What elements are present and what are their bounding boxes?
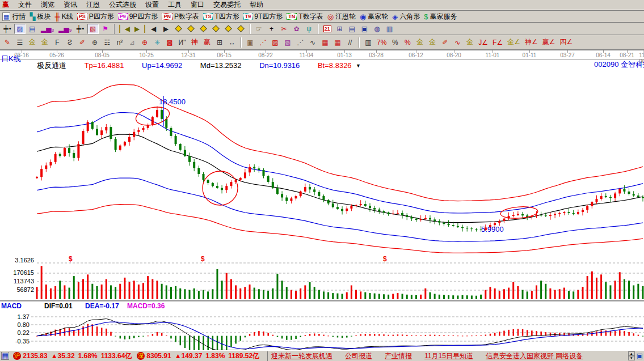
- gann-hline-button[interactable]: ☰: [14, 37, 26, 48]
- purple-bars-3-button[interactable]: ▂▅₃: [39, 24, 56, 34]
- price-ruler-button[interactable]: ▥: [363, 37, 374, 48]
- news-headline-3[interactable]: 11月15日早知道: [424, 351, 473, 361]
- pen-ruler-button[interactable]: ✐: [77, 37, 88, 48]
- j-angle-button[interactable]: J∠: [477, 37, 490, 48]
- hand-tool-button[interactable]: ☞: [254, 24, 265, 34]
- pattern-button[interactable]: ▧: [87, 24, 99, 34]
- download-button[interactable]: ▥: [384, 24, 395, 34]
- 9p-square-button[interactable]: P99P四方形: [118, 12, 158, 22]
- golden-section-button[interactable]: 金: [27, 37, 38, 48]
- t-square-button[interactable]: TST四方形: [203, 12, 239, 22]
- hexagon-button[interactable]: ◈六角形: [392, 12, 420, 22]
- info-panel-button[interactable]: ▤: [27, 24, 38, 34]
- t-number-table-button[interactable]: TNT数字表: [287, 12, 323, 22]
- grid-red-button[interactable]: ▦: [319, 37, 331, 48]
- p-number-table-button[interactable]: PNP数字表: [162, 12, 199, 22]
- h-zoom-button[interactable]: [198, 24, 209, 34]
- menu-item-7[interactable]: 窗口: [186, 0, 209, 10]
- menu-item-4[interactable]: 公式选股: [104, 0, 141, 10]
- zoom-in-button[interactable]: [235, 24, 247, 34]
- zoom-out-button[interactable]: [223, 24, 234, 34]
- news-headline-0[interactable]: 迎来新一轮发展机遇: [271, 351, 332, 361]
- news-headline-2[interactable]: 产业情报: [385, 351, 412, 361]
- last-page-button[interactable]: ▶▕: [133, 24, 146, 34]
- fibo-f-button[interactable]: F: [52, 37, 63, 48]
- grid-red2-button[interactable]: ▦: [332, 37, 343, 48]
- v-zoom-button[interactable]: [211, 24, 222, 34]
- crosshair-button[interactable]: +: [266, 24, 277, 34]
- n-wave-button[interactable]: И": [176, 37, 188, 48]
- gold-underline-button[interactable]: 金: [464, 37, 475, 48]
- ying-tool-button[interactable]: 赢: [201, 37, 213, 48]
- gann-fan-button[interactable]: ⋰: [257, 37, 268, 48]
- palette-button[interactable]: ✿: [291, 24, 302, 34]
- fan-box-button[interactable]: ▨: [270, 37, 281, 48]
- menu-item-2[interactable]: 资讯: [59, 0, 82, 10]
- notes-button[interactable]: ▤: [347, 24, 358, 34]
- ticker-scroll-spinner[interactable]: ▲ ▼: [628, 351, 635, 360]
- chart-area[interactable]: 03-1605-2608-0510-2512-3106-1508-2211-04…: [0, 50, 644, 350]
- winner-wheel-button[interactable]: ◉赢家轮: [360, 12, 388, 22]
- scroll-up-icon[interactable]: ▲: [628, 351, 635, 356]
- gold-angle-button[interactable]: 金∠: [506, 37, 522, 48]
- draw-pen-button[interactable]: ✎: [2, 37, 13, 48]
- purple-bars-9-button[interactable]: ▂▅₉: [57, 24, 73, 34]
- menu-item-1[interactable]: 浏览: [36, 0, 59, 10]
- gold-line-button[interactable]: 金: [427, 37, 438, 48]
- n-squared-button[interactable]: n²: [114, 37, 125, 48]
- shen-angle-button[interactable]: 神∠: [523, 37, 540, 48]
- kline-button[interactable]: ╫K线: [54, 12, 73, 22]
- four-angle-button[interactable]: 四∠: [558, 37, 575, 48]
- ruler-123-button[interactable]: ⊞: [214, 37, 225, 48]
- cycle-circle-button[interactable]: ⊕: [89, 37, 100, 48]
- cut-button[interactable]: ✂: [279, 24, 290, 34]
- menu-item-9[interactable]: 帮助: [245, 0, 268, 10]
- menu-item-5[interactable]: 设置: [141, 0, 163, 10]
- menu-item-6[interactable]: 工具: [163, 0, 186, 10]
- brain-button[interactable]: ψ: [304, 24, 315, 34]
- move-right-button[interactable]: [186, 24, 197, 34]
- percent-button[interactable]: %: [389, 37, 401, 48]
- percent-line-button[interactable]: %: [402, 37, 413, 48]
- news-headline-4[interactable]: 信息安全进入国家视野 网络设备: [486, 351, 583, 361]
- prev-button[interactable]: ◀: [148, 24, 159, 34]
- quote-table-icon[interactable]: ▦: [1, 352, 9, 360]
- gann-wheel-button[interactable]: ◎江恩轮: [327, 12, 356, 22]
- candle-style-button[interactable]: ╪▾: [75, 24, 86, 34]
- angle-lines-button[interactable]: ⋰: [294, 37, 306, 48]
- wave-tool-button[interactable]: ∿: [307, 37, 318, 48]
- winner-service-button[interactable]: $赢家服务: [424, 12, 457, 22]
- quotes-button[interactable]: ▦行情: [2, 12, 26, 22]
- mirror-button[interactable]: ⊿: [127, 37, 138, 48]
- wave-channel-button[interactable]: ∿: [452, 37, 463, 48]
- scroll-down-icon[interactable]: ▼: [628, 356, 635, 360]
- calendar-button[interactable]: 21: [322, 24, 333, 34]
- compass-button[interactable]: ⊕: [139, 37, 150, 48]
- golden-section2-button[interactable]: 金: [39, 37, 50, 48]
- box-measure-button[interactable]: ▣: [245, 37, 256, 48]
- save-button[interactable]: ▣: [359, 24, 371, 34]
- gold-circle-button[interactable]: 金: [414, 37, 426, 48]
- data-export-button[interactable]: ◍: [372, 24, 383, 34]
- first-page-button[interactable]: ▏◀: [118, 24, 132, 34]
- news-headline-1[interactable]: 公司报道: [345, 351, 372, 361]
- chart-window-button[interactable]: ▨: [14, 24, 26, 34]
- menu-item-0[interactable]: 文件: [14, 0, 36, 10]
- service-icon[interactable]: ▣: [637, 352, 643, 360]
- parallel-lines-button[interactable]: //: [344, 37, 356, 48]
- menu-item-8[interactable]: 交易委托: [209, 0, 245, 10]
- pen2-button[interactable]: ✐: [439, 37, 451, 48]
- next-button[interactable]: ▶: [161, 24, 172, 34]
- calculator-button[interactable]: ⊞: [334, 24, 346, 34]
- p-square-button[interactable]: PSP四方形: [77, 12, 114, 22]
- h-measure-button[interactable]: ↔: [226, 37, 238, 48]
- 9t-square-button[interactable]: T99T四方形: [243, 12, 283, 22]
- hline-set-button[interactable]: ☷: [102, 37, 113, 48]
- period-label[interactable]: 日K线: [1, 54, 21, 64]
- shen-tool-button[interactable]: 神: [189, 37, 200, 48]
- period-select-button[interactable]: ╪▾: [2, 24, 13, 34]
- menu-item-3[interactable]: 江恩: [82, 0, 104, 10]
- flag-button[interactable]: ⚑: [100, 24, 111, 34]
- web-box-button[interactable]: ▩: [164, 37, 175, 48]
- sectors-button[interactable]: ▚板块: [30, 12, 50, 22]
